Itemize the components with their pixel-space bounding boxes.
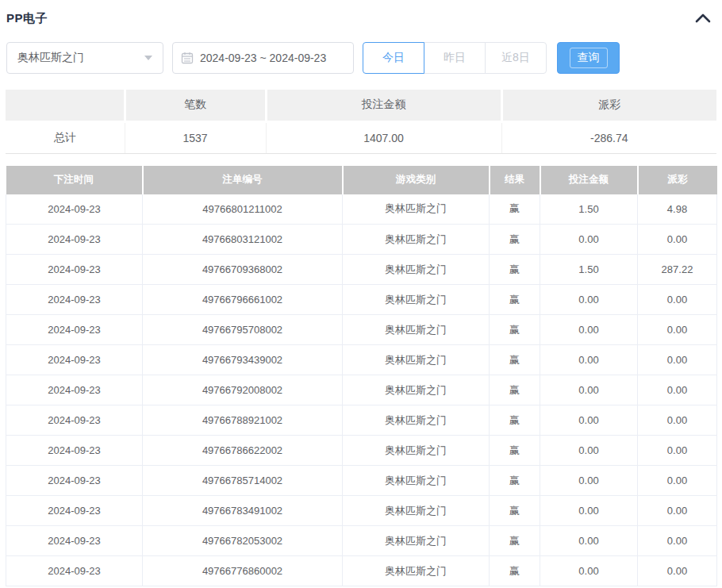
table-cell: 奥林匹斯之门: [343, 315, 490, 345]
table-cell: 49766782053002: [143, 526, 343, 556]
table-cell: 赢: [490, 315, 540, 345]
quick-button-last8days[interactable]: 近8日: [485, 42, 547, 74]
table-cell: 赢: [490, 285, 540, 315]
table-cell: 49766783491002: [143, 496, 343, 526]
table-cell: 赢: [490, 375, 540, 405]
summary-header-bet-amount: 投注金额: [266, 90, 501, 121]
table-row: 2024-09-2349766783491002奥林匹斯之门赢0.000.00: [6, 496, 717, 526]
summary-header-count: 笔数: [125, 90, 266, 121]
table-cell: 赢: [490, 345, 540, 375]
date-range-value: 2024-09-23 ~ 2024-09-23: [200, 52, 326, 64]
table-cell: 奥林匹斯之门: [343, 436, 490, 466]
table-cell: 2024-09-23: [6, 556, 143, 586]
table-cell: 49766785714002: [143, 466, 343, 496]
panel-title: PP电子: [6, 11, 48, 26]
table-cell: 奥林匹斯之门: [343, 526, 490, 556]
table-cell: 287.22: [638, 255, 717, 285]
records-header-cell: 游戏类别: [343, 166, 490, 194]
table-cell: 49766786622002: [143, 436, 343, 466]
table-cell: 0.00: [540, 436, 638, 466]
table-cell: 赢: [490, 194, 540, 225]
table-cell: 49766795708002: [143, 315, 343, 345]
calendar-icon: [181, 52, 194, 64]
table-cell: 49766709368002: [143, 255, 343, 285]
table-row: 2024-09-2349766786622002奥林匹斯之门赢0.000.00: [6, 436, 717, 466]
table-cell: 0.00: [540, 466, 638, 496]
table-cell: 2024-09-23: [6, 526, 143, 556]
table-cell: 奥林匹斯之门: [343, 225, 490, 255]
table-cell: 奥林匹斯之门: [343, 345, 490, 375]
quick-button-today[interactable]: 今日: [363, 42, 424, 74]
game-select[interactable]: 奥林匹斯之门: [6, 42, 163, 74]
records-header-cell: 派彩: [638, 166, 717, 194]
quick-button-yesterday[interactable]: 昨日: [424, 42, 486, 74]
table-row: 2024-09-2349766785714002奥林匹斯之门赢0.000.00: [6, 466, 717, 496]
table-cell: 奥林匹斯之门: [343, 496, 490, 526]
table-cell: 0.00: [540, 375, 638, 405]
table-cell: 0.00: [638, 345, 717, 375]
records-body: 2024-09-2349766801211002奥林匹斯之门赢1.504.982…: [6, 194, 717, 586]
table-cell: 0.00: [540, 315, 638, 345]
table-cell: 赢: [490, 556, 540, 586]
records-header-cell: 下注时间: [6, 166, 143, 194]
table-cell: 奥林匹斯之门: [343, 285, 490, 315]
date-quick-group: 今日 昨日 近8日: [363, 42, 547, 74]
table-cell: 赢: [490, 405, 540, 436]
table-cell: 49766803121002: [143, 225, 343, 255]
panel-header: PP电子: [0, 0, 722, 26]
table-cell: 2024-09-23: [6, 285, 143, 315]
table-cell: 0.00: [638, 375, 717, 405]
filter-bar: 奥林匹斯之门 2024-09-23 ~ 2024-09-23 今日 昨日 近: [6, 42, 716, 74]
table-cell: 49766792008002: [143, 375, 343, 405]
table-cell: 0.00: [540, 405, 638, 436]
table-cell: 赢: [490, 496, 540, 526]
table-cell: 2024-09-23: [6, 405, 143, 436]
table-cell: 0.00: [540, 526, 638, 556]
summary-row: 总计 1537 1407.00 -286.74: [6, 121, 716, 153]
summary-table: 笔数 投注金额 派彩 总计 1537 1407.00 -286.74: [6, 90, 716, 154]
table-cell: 0.00: [638, 466, 717, 496]
table-row: 2024-09-2349766793439002奥林匹斯之门赢0.000.00: [6, 345, 717, 375]
table-cell: 49766793439002: [143, 345, 343, 375]
chevron-up-icon: [695, 13, 711, 24]
query-button-label: 查询: [570, 48, 608, 68]
summary-header-payout: 派彩: [501, 90, 716, 121]
table-row: 2024-09-2349766782053002奥林匹斯之门赢0.000.00: [6, 526, 717, 556]
table-cell: 奥林匹斯之门: [343, 556, 490, 586]
summary-total-label: 总计: [6, 121, 125, 153]
table-cell: 赢: [490, 436, 540, 466]
collapse-button[interactable]: [695, 13, 711, 24]
table-cell: 0.00: [638, 526, 717, 556]
summary-total-count: 1537: [125, 121, 266, 153]
game-select-value: 奥林匹斯之门: [17, 51, 84, 65]
table-cell: 49766796661002: [143, 285, 343, 315]
table-row: 2024-09-2349766709368002奥林匹斯之门赢1.50287.2…: [6, 255, 717, 285]
table-cell: 2024-09-23: [6, 194, 143, 225]
table-cell: 0.00: [540, 496, 638, 526]
table-cell: 1.50: [540, 194, 638, 225]
table-cell: 0.00: [540, 556, 638, 586]
quick-button-today-label: 今日: [382, 51, 405, 65]
query-button[interactable]: 查询: [557, 42, 620, 74]
table-cell: 赢: [490, 255, 540, 285]
table-cell: 2024-09-23: [6, 436, 143, 466]
table-cell: 1.50: [540, 255, 638, 285]
table-cell: 2024-09-23: [6, 255, 143, 285]
table-cell: 2024-09-23: [6, 315, 143, 345]
table-cell: 2024-09-23: [6, 375, 143, 405]
table-cell: 奥林匹斯之门: [343, 194, 490, 225]
table-cell: 奥林匹斯之门: [343, 375, 490, 405]
table-cell: 2024-09-23: [6, 345, 143, 375]
summary-header-row: 笔数 投注金额 派彩: [6, 90, 716, 121]
table-row: 2024-09-2349766801211002奥林匹斯之门赢1.504.98: [6, 194, 717, 225]
table-cell: 0.00: [638, 436, 717, 466]
table-cell: 4.98: [638, 194, 717, 225]
table-cell: 0.00: [638, 225, 717, 255]
table-cell: 0.00: [638, 405, 717, 436]
table-cell: 2024-09-23: [6, 466, 143, 496]
table-row: 2024-09-2349766776860002奥林匹斯之门赢0.000.00: [6, 556, 717, 586]
date-range-input[interactable]: 2024-09-23 ~ 2024-09-23: [172, 42, 354, 74]
table-cell: 49766788921002: [143, 405, 343, 436]
table-cell: 49766801211002: [143, 194, 343, 225]
table-cell: 奥林匹斯之门: [343, 466, 490, 496]
